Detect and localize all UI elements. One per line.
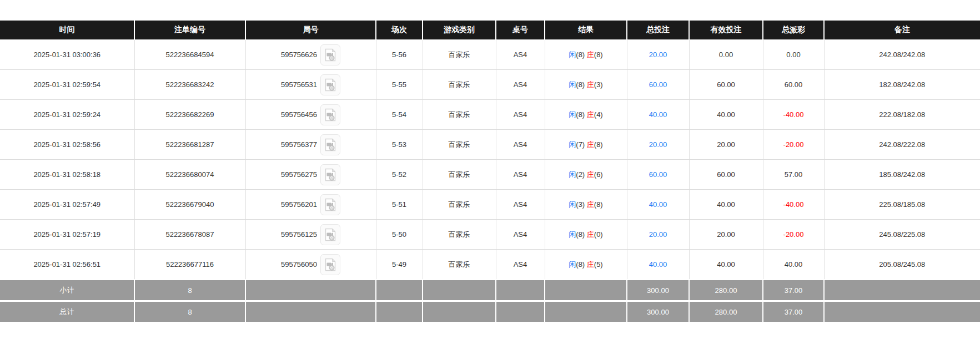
- cell-round-no: 595756125: [245, 220, 376, 250]
- cell-valid-bet: 0.00: [689, 40, 763, 70]
- cell-time: 2025-01-31 02:59:54: [0, 70, 134, 100]
- cell-payout: -40.00: [763, 190, 824, 220]
- header-total-bet: 总投注: [627, 21, 689, 40]
- cell-game-type: 百家乐: [423, 70, 496, 100]
- total-valid-bet: 280.00: [689, 301, 763, 322]
- banker-result-label: 庄: [587, 230, 594, 239]
- banker-points: (8): [594, 140, 603, 149]
- cell-game-type: 百家乐: [423, 220, 496, 250]
- player-points: (8): [576, 110, 585, 119]
- cell-payout: 60.00: [763, 70, 824, 100]
- subtotal-row: 小计 8 300.00 280.00 37.00: [0, 280, 980, 301]
- player-result-label: 闲: [569, 110, 576, 119]
- cell-round-no: 595756456: [245, 100, 376, 130]
- cell-session: 5-55: [376, 70, 423, 100]
- cell-total-bet[interactable]: 20.00: [627, 130, 689, 160]
- cell-time: 2025-01-31 02:59:24: [0, 100, 134, 130]
- cell-valid-bet: 20.00: [689, 130, 763, 160]
- header-row: 时间 注单编号 局号 场次 游戏类别 桌号 结果 总投注 有效投注 总派彩 备注: [0, 21, 980, 40]
- banker-points: (8): [594, 50, 603, 59]
- total-payout: 37.00: [763, 301, 824, 322]
- banker-points: (3): [594, 80, 603, 89]
- table-row: 2025-01-31 02:58:18 522236680074 5957562…: [0, 160, 980, 190]
- banker-points: (6): [594, 170, 603, 179]
- header-time: 时间: [0, 21, 134, 40]
- cell-total-bet[interactable]: 20.00: [627, 40, 689, 70]
- cell-time: 2025-01-31 02:57:49: [0, 190, 134, 220]
- cell-result: 闲(3) 庄(8): [545, 190, 627, 220]
- cell-session: 5-50: [376, 220, 423, 250]
- round-number: 595756125: [281, 230, 317, 239]
- cell-total-bet[interactable]: 40.00: [627, 250, 689, 280]
- video-file-icon: [324, 228, 336, 241]
- banker-result-label: 庄: [587, 50, 594, 59]
- video-file-icon: [324, 198, 336, 211]
- cell-remark: 182.08/242.08: [824, 70, 980, 100]
- video-file-icon: [324, 138, 336, 151]
- round-number: 595756531: [281, 80, 317, 89]
- banker-result-label: 庄: [587, 260, 594, 269]
- cell-session: 5-54: [376, 100, 423, 130]
- player-points: (3): [576, 200, 585, 209]
- total-label: 总计: [0, 301, 134, 322]
- player-points: (8): [576, 80, 585, 89]
- cell-time: 2025-01-31 02:58:18: [0, 160, 134, 190]
- video-replay-button[interactable]: [320, 104, 340, 125]
- cell-round-no: 595756626: [245, 40, 376, 70]
- cell-table-no: AS4: [496, 100, 545, 130]
- cell-result: 闲(2) 庄(6): [545, 160, 627, 190]
- cell-round-no: 595756050: [245, 250, 376, 280]
- cell-total-bet[interactable]: 40.00: [627, 190, 689, 220]
- table-row: 2025-01-31 02:57:19 522236678087 5957561…: [0, 220, 980, 250]
- cell-time: 2025-01-31 02:58:56: [0, 130, 134, 160]
- cell-remark: 242.08/242.08: [824, 40, 980, 70]
- video-replay-button[interactable]: [320, 194, 340, 215]
- player-points: (7): [576, 140, 585, 149]
- video-file-icon: [324, 258, 336, 271]
- cell-result: 闲(8) 庄(5): [545, 250, 627, 280]
- cell-table-no: AS4: [496, 190, 545, 220]
- subtotal-valid-bet: 280.00: [689, 280, 763, 301]
- cell-time: 2025-01-31 03:00:36: [0, 40, 134, 70]
- cell-result: 闲(8) 庄(0): [545, 220, 627, 250]
- video-replay-button[interactable]: [320, 134, 340, 155]
- cell-session: 5-51: [376, 190, 423, 220]
- banker-result-label: 庄: [587, 110, 594, 119]
- player-points: (8): [576, 260, 585, 269]
- header-game-type: 游戏类别: [423, 21, 496, 40]
- cell-valid-bet: 40.00: [689, 190, 763, 220]
- cell-bet-id: 522236678087: [134, 220, 245, 250]
- total-row: 总计 8 300.00 280.00 37.00: [0, 301, 980, 322]
- round-number: 595756377: [281, 140, 317, 149]
- cell-table-no: AS4: [496, 220, 545, 250]
- video-replay-button[interactable]: [320, 74, 340, 95]
- cell-total-bet[interactable]: 20.00: [627, 220, 689, 250]
- cell-table-no: AS4: [496, 70, 545, 100]
- banker-points: (0): [594, 230, 603, 239]
- video-replay-button[interactable]: [320, 254, 340, 275]
- cell-bet-id: 522236679040: [134, 190, 245, 220]
- cell-session: 5-52: [376, 160, 423, 190]
- cell-payout: 40.00: [763, 250, 824, 280]
- cell-game-type: 百家乐: [423, 40, 496, 70]
- cell-payout: -40.00: [763, 100, 824, 130]
- cell-round-no: 595756201: [245, 190, 376, 220]
- cell-total-bet[interactable]: 60.00: [627, 160, 689, 190]
- subtotal-payout: 37.00: [763, 280, 824, 301]
- cell-bet-id: 522236680074: [134, 160, 245, 190]
- table-row: 2025-01-31 02:59:54 522236683242 5957565…: [0, 70, 980, 100]
- banker-points: (5): [594, 260, 603, 269]
- cell-total-bet[interactable]: 40.00: [627, 100, 689, 130]
- player-points: (8): [576, 50, 585, 59]
- table-row: 2025-01-31 02:57:49 522236679040 5957562…: [0, 190, 980, 220]
- cell-total-bet[interactable]: 60.00: [627, 70, 689, 100]
- video-replay-button[interactable]: [320, 164, 340, 185]
- player-result-label: 闲: [569, 140, 576, 149]
- header-result: 结果: [545, 21, 627, 40]
- round-number: 595756050: [281, 260, 317, 269]
- video-replay-button[interactable]: [320, 44, 340, 65]
- cell-game-type: 百家乐: [423, 100, 496, 130]
- cell-bet-id: 522236681287: [134, 130, 245, 160]
- video-replay-button[interactable]: [320, 224, 340, 245]
- table-row: 2025-01-31 02:56:51 522236677116 5957560…: [0, 250, 980, 280]
